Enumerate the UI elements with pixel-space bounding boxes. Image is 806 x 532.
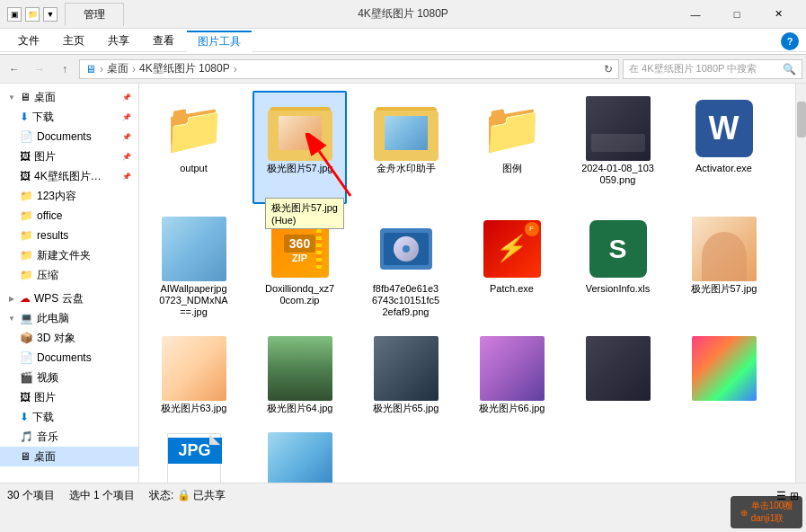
titlebar-title: 4K壁纸图片 1080P	[358, 6, 448, 22]
video-icon: 🎬	[20, 371, 33, 384]
file-thumb-row3-5	[268, 432, 332, 483]
3d-icon: 📦	[20, 332, 33, 344]
maximize-button[interactable]: □	[716, 0, 757, 29]
file-label-watermark: 金舟水印助手	[376, 163, 436, 174]
ribbon-tab-view[interactable]: 查看	[142, 31, 185, 52]
file-label-versioninfo: VersionInfo.xls	[586, 283, 651, 295]
sidebar-item-documents[interactable]: 📄 Documents 📌	[0, 127, 138, 146]
titlebar-tabs: 管理	[65, 3, 124, 26]
sidebar-item-zip[interactable]: 📁 压缩	[0, 265, 138, 285]
sidebar-item-pics2[interactable]: 🖼 图片	[0, 387, 138, 407]
file-item-aurora63[interactable]: 极光图片63.jpg	[146, 331, 241, 420]
search-icon[interactable]: 🔍	[783, 63, 796, 75]
file-item-2024png[interactable]: 2024-01-08_103059.png	[571, 91, 665, 204]
sidebar-item-results[interactable]: 📁 results	[0, 226, 138, 245]
sidebar-item-wps-cloud[interactable]: ▶ ☁ WPS 云盘	[0, 288, 138, 308]
file-item-output[interactable]: 📁 output	[146, 91, 241, 204]
folder-icon: 📁	[20, 229, 33, 242]
forward-button[interactable]: →	[29, 58, 50, 80]
sidebar-item-downloads[interactable]: ⬇ 下载 📌	[0, 107, 138, 127]
file-item-360zip[interactable]: 360 ZIP Doxilliondq_xz70com.zip	[252, 211, 347, 324]
sidebar-item-newfolder[interactable]: 📁 新建文件夹	[0, 245, 138, 265]
folder-icon-legend: 📁	[481, 103, 544, 154]
path-desktop[interactable]: 桌面	[107, 61, 128, 76]
sidebar-item-desktop-pinned[interactable]: ▼ 🖥 桌面 📌	[0, 87, 138, 107]
sidebar-item-this-pc[interactable]: ▼ 💻 此电脑	[0, 308, 138, 328]
danji-badge: ⊕ 单击100圈danji1联	[731, 496, 802, 528]
file-item-row3-2[interactable]	[677, 331, 771, 420]
file-thumb-output: 📁	[162, 96, 226, 161]
doc-icon: 📄	[20, 351, 33, 364]
pin-icon: 📌	[122, 93, 131, 102]
sidebar-label-office: office	[37, 209, 62, 222]
file-label-aurora64: 极光图片64.jpg	[267, 403, 333, 414]
sidebar-item-4k[interactable]: 🖼 4K壁纸图片… 📌	[0, 166, 138, 186]
file-item-aespa[interactable]: aespa《Armageddon》MV.mp4	[783, 91, 795, 204]
file-label-aurora63: 极光图片63.jpg	[161, 403, 227, 414]
minimize-button[interactable]: —	[675, 0, 716, 29]
back-button[interactable]: ←	[4, 58, 25, 80]
up-button[interactable]: ↑	[54, 58, 75, 80]
titlebar-tab-manage[interactable]: 管理	[65, 3, 124, 26]
sidebar-label-zip: 压缩	[37, 268, 58, 283]
file-item-jpg-doc[interactable]: JPG	[146, 427, 241, 483]
sidebar-item-docs2[interactable]: 📄 Documents	[0, 348, 138, 368]
ribbon-tab-file[interactable]: 文件	[7, 31, 50, 52]
sidebar-item-desktop2[interactable]: 🖥 桌面	[0, 447, 138, 466]
jpg-doc-icon: JPG	[167, 433, 221, 483]
file-item-row3-1[interactable]	[571, 331, 665, 420]
file-item-legend[interactable]: 📁 图例	[465, 91, 559, 204]
file-item-aiwallpaper[interactable]: AIWallpaperjpg0723_NDMxNA==.jpg	[146, 211, 241, 324]
address-path[interactable]: 🖥 › 桌面 › 4K壁纸图片 1080P › ↻	[79, 59, 619, 79]
scrollbar-track[interactable]	[795, 84, 806, 483]
file-item-watermark[interactable]: 金舟水印助手	[359, 91, 453, 204]
ribbon-tab-picture-tools[interactable]: 图片工具	[187, 31, 252, 52]
ribbon-tab-home[interactable]: 主页	[52, 31, 95, 52]
file-item-patch[interactable]: ⚡ F Patch.exe	[465, 211, 559, 324]
file-label-output: output	[180, 163, 208, 174]
sidebar-item-pictures[interactable]: 🖼 图片 📌	[0, 146, 138, 166]
file-item-aurora57-img[interactable]: 极光图片57.jpg	[677, 211, 771, 324]
close-button[interactable]: ✕	[757, 0, 799, 29]
file-item-activator[interactable]: W Activator.exe	[677, 91, 771, 204]
folder-icon: 📁	[163, 103, 226, 154]
image-preview-2024	[586, 96, 651, 161]
path-folder[interactable]: 4K壁纸图片 1080P	[139, 61, 230, 76]
file-label-aurora65: 极光图片65.jpg	[373, 403, 439, 414]
file-thumb-2024	[586, 96, 651, 161]
refresh-icon[interactable]: ↻	[604, 63, 613, 75]
pc-icon: 💻	[20, 312, 33, 324]
file-thumb-aiwallpaper	[162, 217, 226, 281]
ribbon-tab-share[interactable]: 共享	[97, 31, 140, 52]
file-item-versioninfo[interactable]: S VersionInfo.xls	[571, 211, 665, 324]
file-label-legend: 图例	[502, 163, 522, 174]
sidebar-item-123[interactable]: 📁 123内容	[0, 186, 138, 206]
sidebar-item-3d[interactable]: 📦 3D 对象	[0, 328, 138, 348]
folder-icon: 📁	[20, 190, 33, 202]
file-item-aurora65[interactable]: 极光图片65.jpg	[359, 331, 453, 420]
file-item-aurora57-folder[interactable]: 极光图片57.jpg	[252, 91, 347, 204]
sidebar-label-docs2: Documents	[37, 351, 92, 364]
addressbar: ← → ↑ 🖥 › 桌面 › 4K壁纸图片 1080P › ↻ 在 4K壁纸图片…	[0, 55, 806, 84]
file-item-row3-3[interactable]	[783, 331, 795, 420]
doc-icon: 📄	[20, 130, 33, 143]
sidebar-item-dl2[interactable]: ⬇ 下载	[0, 407, 138, 427]
pics-icon: 🖼	[20, 391, 31, 403]
sidebar-item-office[interactable]: 📁 office	[0, 206, 138, 226]
search-box[interactable]: 在 4K壁纸图片 1080P 中搜索 🔍	[623, 59, 802, 79]
file-item-aurora66[interactable]: 极光图片66.jpg	[465, 331, 559, 420]
file-item-cd[interactable]: f8fb47e0e61e36743c10151fc52efaf9.png	[359, 211, 453, 324]
sidebar-item-music[interactable]: 🎵 音乐	[0, 427, 138, 447]
4k-icon: 🖼	[20, 170, 31, 182]
file-thumb-cd	[374, 217, 438, 281]
file-item-aurora64[interactable]: 极光图片64.jpg	[252, 331, 347, 420]
sidebar-item-video[interactable]: 🎬 视频	[0, 368, 138, 387]
file-thumb-legend: 📁	[480, 96, 545, 161]
file-item-aurora62[interactable]: 极光图片62.jpg	[783, 211, 795, 324]
help-button[interactable]: ?	[781, 32, 799, 50]
file-item-row3-5[interactable]	[252, 427, 347, 483]
sidebar-label-pics2: 图片	[34, 390, 56, 405]
titlebar: ▣ 📁 ▼ 管理 4K壁纸图片 1080P — □ ✕	[0, 0, 806, 29]
dl-icon: ⬇	[20, 411, 29, 423]
titlebar-icon-2: 📁	[25, 7, 40, 22]
